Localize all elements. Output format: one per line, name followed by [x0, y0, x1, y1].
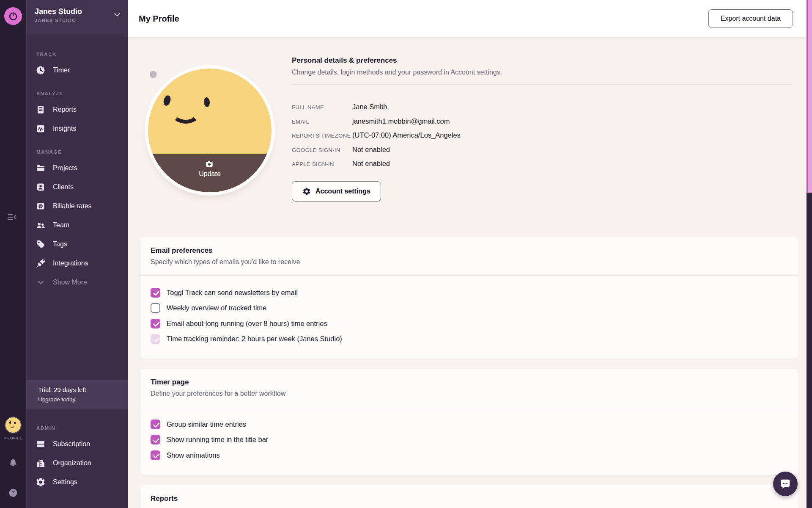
profile-field-row: REPORTS TIMEZONE (UTC-07:00) America/Los… [292, 131, 793, 139]
section-title: Personal details & preferences [292, 56, 793, 65]
bell-icon [8, 458, 18, 468]
field-label: FULL NAME [292, 104, 352, 110]
profile-label: PROFILE [4, 436, 23, 440]
sidebar-item-billable-rates[interactable]: $ Billable rates [36, 196, 128, 215]
sidebar-item-timer[interactable]: Timer [36, 61, 128, 80]
checkbox-label: Show animations [167, 451, 220, 459]
card-subtitle: Specify which types of emails you'd like… [151, 258, 787, 266]
checkbox-option-row[interactable]: Group similar time entries [151, 417, 787, 432]
sidebar-item-label: Tags [53, 240, 67, 248]
personal-details-section: Update Personal details & preferences Ch… [128, 37, 807, 237]
info-icon[interactable] [149, 70, 157, 79]
left-rail: PROFILE ? [0, 0, 26, 508]
avatar-update-button[interactable]: Update [148, 154, 272, 192]
sidebar-item-insights[interactable]: Insights [36, 119, 128, 138]
sidebar-item-integrations[interactable]: Integrations [36, 254, 128, 273]
profile-field-row: FULL NAME Jane Smith [292, 103, 793, 111]
camera-icon [205, 160, 214, 169]
card-option-list: Group similar time entries Show running … [140, 407, 798, 475]
sidebar-item-label: Timer [53, 66, 70, 74]
sidebar-section-heading: ADMIN [36, 425, 128, 431]
checkbox-option-row[interactable]: Time tracking reminder: 2 hours per week… [151, 331, 787, 347]
sidebar-item-label: Insights [53, 125, 76, 133]
field-value: Not enabled [352, 146, 793, 154]
checkbox-label: Time tracking reminder: 2 hours per week… [167, 335, 342, 343]
sidebar-item-label: Reports [53, 106, 77, 113]
help-button[interactable]: ? [8, 488, 18, 498]
avatar-eye [203, 97, 210, 108]
sidebar-section: ANALYZE Reports Insights [36, 91, 128, 138]
checkbox[interactable] [151, 288, 160, 298]
card-option-list: Toggl Track can send newsletters by emai… [140, 276, 798, 359]
checkbox-option-row[interactable]: Toggl Track can send newsletters by emai… [151, 285, 787, 301]
checkbox-option-row[interactable]: Show running time in the title bar [151, 432, 787, 448]
sidebar-item-subscription[interactable]: Subscription [36, 434, 128, 453]
checkbox[interactable] [151, 420, 160, 429]
checkbox-option-row[interactable]: Weekly overview of tracked time [151, 301, 787, 316]
checkbox-label: Group similar time entries [167, 420, 246, 428]
field-label: EMAIL [292, 119, 352, 125]
sidebar-section: ADMIN Subscription Organization Settings [36, 425, 128, 491]
checkbox-option-row[interactable]: Email about long running (over 8 hours) … [151, 316, 787, 331]
sidebar-item-organization[interactable]: Organization [36, 453, 128, 472]
sidebar-item-label: Projects [53, 164, 77, 172]
power-icon [8, 11, 19, 22]
card-title: Reports [151, 494, 787, 503]
avatar-eye [162, 94, 172, 106]
timer-page-card: Timer page Define your preferences for a… [140, 369, 798, 475]
svg-text:$: $ [39, 204, 41, 208]
page-scrollbar [807, 0, 812, 508]
sidebar-collapse-button[interactable] [6, 212, 20, 225]
workspace-name: Janes Studio [35, 7, 120, 16]
upgrade-link[interactable]: Upgrade today [38, 396, 76, 403]
sidebar-item-show-more[interactable]: Show More [36, 273, 128, 292]
checkbox[interactable] [151, 303, 160, 313]
info-icon [149, 70, 157, 79]
clock-icon [36, 65, 46, 75]
folder-icon [36, 163, 46, 173]
checkbox-option-row[interactable]: Show animations [151, 447, 787, 463]
sidebar-section-heading: MANAGE [36, 149, 128, 155]
notifications-button[interactable] [8, 458, 18, 468]
checkbox[interactable] [151, 319, 160, 329]
reports-icon [36, 105, 46, 115]
avatar-block: Update [148, 69, 272, 192]
svg-text:?: ? [11, 490, 15, 496]
preference-cards: Email preferences Specify which types of… [128, 237, 807, 475]
team-icon [36, 220, 46, 230]
client-card-icon [36, 182, 46, 192]
toggl-logo-button[interactable] [4, 7, 22, 25]
scrollbar-thumb[interactable] [807, 0, 812, 193]
sidebar-item-tags[interactable]: Tags [36, 235, 128, 254]
sidebar-item-clients[interactable]: Clients [36, 177, 128, 196]
sidebar-item-team[interactable]: Team [36, 215, 128, 235]
plug-icon [36, 258, 46, 268]
profile-field-row: APPLE SIGN-IN Not enabled [292, 160, 793, 168]
workspace-switcher[interactable]: Janes Studio JANES STUDIO [26, 0, 128, 37]
sidebar-item-projects[interactable]: Projects [36, 158, 128, 177]
sidebar-item-label: Show More [53, 279, 87, 286]
checkbox-label: Toggl Track can send newsletters by emai… [167, 289, 298, 297]
sidebar-item-reports[interactable]: Reports [36, 100, 128, 119]
checkbox[interactable] [151, 450, 160, 460]
field-label: GOOGLE SIGN-IN [292, 147, 352, 153]
chat-support-button[interactable] [773, 472, 798, 496]
sidebar-item-settings[interactable]: Settings [36, 472, 128, 491]
sidebar-item-label: Settings [53, 478, 77, 486]
checkbox-label: Email about long running (over 8 hours) … [167, 320, 327, 328]
collapse-icon [6, 212, 20, 223]
user-avatar: Update [148, 69, 272, 192]
sidebar-item-label: Clients [53, 183, 74, 191]
checkbox [151, 334, 160, 344]
profile-field-row: EMAIL janesmith1.mobbin@gmail.com [292, 117, 793, 125]
account-settings-button[interactable]: Account settings [292, 181, 381, 202]
sidebar-item-label: Subscription [53, 440, 90, 448]
card-title: Email preferences [151, 246, 787, 255]
export-account-data-button[interactable]: Export account data [708, 9, 793, 28]
email-preferences-card: Email preferences Specify which types of… [140, 237, 798, 359]
field-value: (UTC-07:00) America/Los_Angeles [352, 131, 793, 139]
profile-avatar[interactable] [5, 417, 21, 433]
account-settings-label: Account settings [315, 188, 370, 195]
checkbox[interactable] [151, 435, 160, 444]
field-value: janesmith1.mobbin@gmail.com [352, 117, 793, 125]
